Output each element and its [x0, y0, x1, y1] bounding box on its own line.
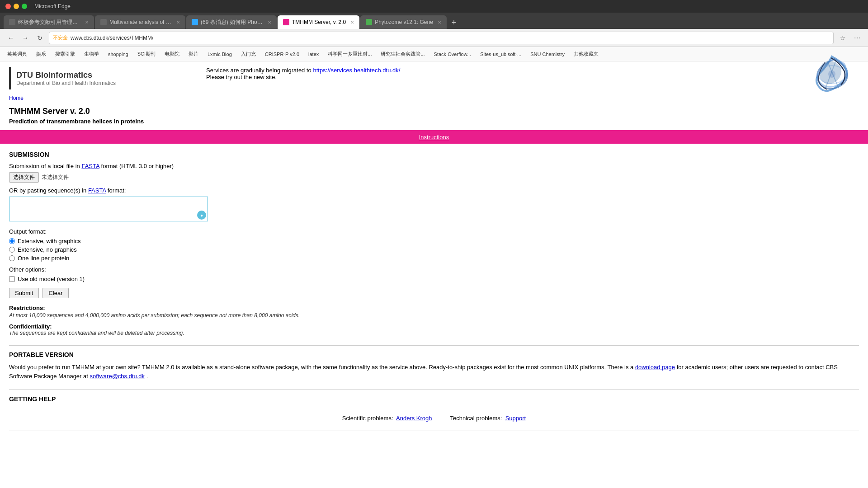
url-bar[interactable]: 不安全 www.cbs.dtu.dk/services/TMHMM/: [49, 32, 834, 44]
output-format-label: Output format:: [9, 228, 859, 235]
portable-title: PORTABLE VERSION: [9, 351, 859, 358]
radio-label-2: Extensive, no graphics: [18, 246, 77, 253]
confidentiality-section: Confidentiality: The sequences are kept …: [9, 323, 859, 336]
page-content: DTU Bioinformatics Department of Bio and…: [0, 61, 868, 436]
refresh-button[interactable]: ↻: [34, 33, 45, 43]
radio-extensive-graphics[interactable]: [9, 238, 15, 244]
instructions-bar: Instructions: [0, 130, 868, 144]
submit-button[interactable]: Submit: [9, 288, 39, 298]
logo-text: DTU Bioinformatics Department of Bio and…: [16, 70, 116, 86]
bookmark-shopping[interactable]: shopping: [104, 51, 132, 58]
download-link[interactable]: download page: [635, 364, 675, 371]
radio-one-line[interactable]: [9, 255, 15, 261]
bookmark-movies[interactable]: 电影院: [161, 50, 183, 58]
fasta-link-1[interactable]: FASTA: [81, 163, 99, 169]
bookmark-stackoverflow[interactable]: Stack Overflow...: [430, 51, 475, 58]
logo-bar: [9, 67, 11, 89]
radio-extensive-no-graphics[interactable]: [9, 247, 15, 253]
bookmark-films[interactable]: 影片: [185, 50, 202, 58]
instructions-link[interactable]: Instructions: [419, 134, 449, 141]
bookmark-search[interactable]: 搜索引擎: [52, 50, 79, 58]
old-model-checkbox[interactable]: [9, 276, 15, 282]
getting-help-title: GETTING HELP: [9, 395, 859, 403]
bookmark-biology[interactable]: 生物学: [80, 50, 103, 58]
migration-notice: Services are gradually being migrated to…: [206, 67, 400, 80]
radio-row-2: Extensive, no graphics: [9, 246, 859, 253]
file-label: Submission of a local file in FASTA form…: [9, 163, 859, 169]
restrictions-title: Restrictions:: [9, 305, 859, 311]
bookmark-crispr[interactable]: CRISPR-P v2.0: [261, 51, 303, 58]
sequence-textarea[interactable]: [9, 197, 208, 221]
footer-text: This file was last modified Thursday 5th…: [344, 436, 524, 436]
tab-3[interactable]: (69 条消息) 如何用 Photoshop... ✕: [186, 15, 277, 29]
bookmark-yule[interactable]: 娱乐: [33, 50, 50, 58]
email-link[interactable]: software@cbs.dtu.dk: [90, 373, 145, 380]
tab-5-close[interactable]: ✕: [438, 20, 441, 25]
footer: This file was last modified Thursday 5th…: [9, 431, 859, 436]
bookmark-latex[interactable]: latex: [305, 51, 322, 58]
contact-row: Scientific problems: Anders Krogh Techni…: [9, 410, 859, 426]
tab-5[interactable]: Phytozome v12.1: Gene ✕: [360, 15, 447, 29]
bookmark-more[interactable]: 其他收藏夹: [570, 50, 602, 58]
protein-image: [805, 61, 859, 96]
tab-2[interactable]: Multivariate analysis of uronic... ✕: [95, 15, 185, 29]
bookmark-sci[interactable]: SCI期刊: [134, 50, 159, 58]
url-text: www.cbs.dtu.dk/services/TMHMM/: [71, 35, 153, 41]
bookmark-yingying[interactable]: 英英词典: [4, 50, 31, 58]
tab-5-favicon: [366, 19, 372, 25]
restrictions-section: Restrictions: At most 10,000 sequences a…: [9, 305, 859, 319]
tab-4-close[interactable]: ✕: [350, 20, 354, 25]
restrictions-text: At most 10,000 sequences and 4,000,000 a…: [9, 312, 859, 319]
file-name-display: 未选择文件: [42, 174, 69, 181]
button-row: Submit Clear: [9, 288, 859, 298]
bookmark-intro[interactable]: 入门充: [237, 50, 259, 58]
back-button[interactable]: ←: [5, 33, 16, 43]
file-input-row: 选择文件 未选择文件: [9, 172, 859, 183]
bookmark-sites[interactable]: Sites-us_ubisoft-...: [476, 51, 525, 58]
settings-button[interactable]: ⋯: [852, 33, 863, 43]
page-title-section: TMHMM Server v. 2.0 Prediction of transm…: [0, 103, 868, 127]
submission-section-title: SUBMISSION: [9, 151, 859, 158]
tab-3-close[interactable]: ✕: [268, 20, 271, 25]
bookmark-grad[interactable]: 研究生社会实践管...: [377, 50, 428, 58]
tab-3-favicon: [192, 19, 198, 25]
radio-row-1: Extensive, with graphics: [9, 238, 859, 244]
tab-4-label: TMHMM Server, v. 2.0: [292, 19, 346, 25]
clear-button[interactable]: Clear: [42, 288, 68, 298]
tab-5-label: Phytozome v12.1: Gene: [375, 19, 433, 25]
bookmark-sciencenet[interactable]: 科学网一多重比对...: [324, 50, 375, 58]
bookmark-button[interactable]: ☆: [837, 33, 848, 43]
tab-bar: 终极参考文献引用管理一——BibT... ✕ Multivariate anal…: [0, 13, 868, 29]
security-indicator: 不安全: [53, 34, 68, 41]
migration-text1: Services are gradually being migrated to: [206, 67, 311, 74]
bookmark-lxmic[interactable]: Lxmic Blog: [204, 51, 236, 58]
forward-button[interactable]: →: [20, 33, 31, 43]
other-options-label: Other options:: [9, 266, 859, 273]
textarea-wrapper: ●: [9, 197, 208, 221]
old-model-label: Use old model (version 1): [18, 276, 85, 282]
textarea-icon[interactable]: ●: [197, 211, 206, 220]
logo-area: DTU Bioinformatics Department of Bio and…: [9, 67, 116, 89]
checkbox-row: Use old model (version 1): [9, 276, 859, 282]
tab-1[interactable]: 终极参考文献引用管理一——BibT... ✕: [4, 15, 94, 29]
new-tab-button[interactable]: +: [448, 16, 460, 29]
migration-link[interactable]: https://services.healthtech.dtu.dk/: [313, 67, 400, 74]
home-link[interactable]: Home: [9, 95, 24, 101]
tab-4[interactable]: TMHMM Server, v. 2.0 ✕: [278, 15, 359, 29]
scientific-link[interactable]: Anders Krogh: [396, 415, 432, 422]
tab-1-close[interactable]: ✕: [85, 20, 89, 25]
portable-section: PORTABLE VERSION Would you prefer to run…: [9, 345, 859, 380]
choose-file-button[interactable]: 选择文件: [9, 172, 39, 183]
technical-link[interactable]: Support: [505, 415, 526, 422]
bookmark-snu[interactable]: SNU Chemistry: [527, 51, 568, 58]
page-subtitle: Prediction of transmembrane helices in p…: [9, 118, 859, 125]
tab-1-label: 终极参考文献引用管理一——BibT...: [18, 19, 80, 26]
bookmarks-bar: 英英词典 娱乐 搜索引擎 生物学 shopping SCI期刊 电影院 影片 L…: [0, 47, 868, 61]
fasta-link-2[interactable]: FASTA: [88, 187, 106, 194]
tab-2-close[interactable]: ✕: [176, 20, 180, 25]
tab-4-favicon: [283, 19, 289, 25]
main-content: SUBMISSION Submission of a local file in…: [0, 144, 868, 436]
address-bar: ← → ↻ 不安全 www.cbs.dtu.dk/services/TMHMM/…: [0, 29, 868, 47]
radio-label-3: One line per protein: [18, 255, 69, 262]
site-header: DTU Bioinformatics Department of Bio and…: [0, 61, 868, 93]
